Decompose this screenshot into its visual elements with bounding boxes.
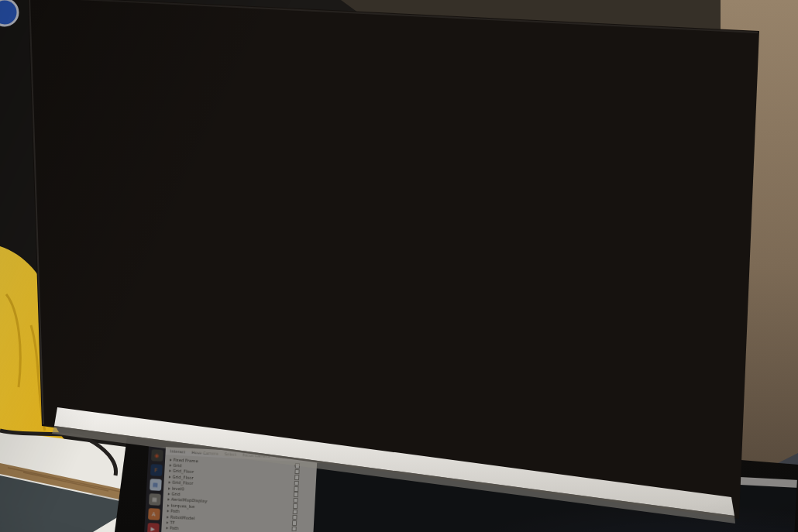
monitor (0, 0, 798, 532)
photo-of-monitor-scene: { "tray": {"time": "11:34", "keyboard_la… (0, 0, 798, 532)
